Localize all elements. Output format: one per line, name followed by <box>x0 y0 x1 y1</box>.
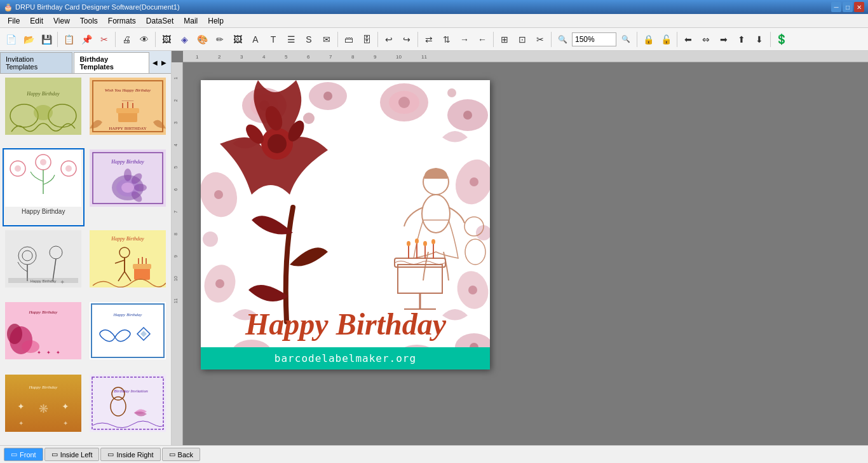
email-button[interactable]: ✉ <box>318 31 335 48</box>
menu-file[interactable]: File <box>3 15 25 27</box>
svg-text:8: 8 <box>351 54 355 60</box>
move-left-button[interactable]: ← <box>474 31 491 48</box>
svg-point-18 <box>65 165 72 172</box>
template-7[interactable]: Happy Birthday ✦ ✦ ✦ <box>3 301 85 370</box>
view-inside-right-button[interactable]: ▭ Inside Right <box>100 448 160 461</box>
tab-prev-arrow[interactable]: ◀ <box>151 58 159 67</box>
new-button[interactable]: 📄 <box>3 31 19 48</box>
separator-10 <box>677 32 677 47</box>
menu-help[interactable]: Help <box>203 15 229 27</box>
move-left2-button[interactable]: ⬅ <box>680 31 696 48</box>
move-up-button[interactable]: ⬆ <box>733 31 750 48</box>
svg-point-139 <box>465 239 485 265</box>
textart-button[interactable]: A <box>247 31 264 48</box>
zoom-value: 150% <box>575 35 595 44</box>
save-button[interactable]: 💾 <box>38 31 55 48</box>
unlock-button[interactable]: 🔓 <box>658 31 674 48</box>
template-8-svg: Happy Birthday <box>90 302 166 359</box>
svg-text:2: 2 <box>218 54 221 60</box>
template-4-canvas: Happy Birthday <box>90 149 166 207</box>
undo-button[interactable]: ↩ <box>381 31 397 48</box>
template-10[interactable]: Birthday Invitation <box>87 373 169 443</box>
watermark-bar: barcodelabelmaker.org <box>201 347 490 370</box>
template-8[interactable]: Happy Birthday <box>87 301 169 370</box>
preview-button[interactable]: 👁 <box>136 31 153 48</box>
flip-v-button[interactable]: ⇅ <box>438 31 455 48</box>
menu-formats[interactable]: Formats <box>103 15 141 27</box>
template-3[interactable]: Happy Birthday <box>3 148 85 226</box>
close-button[interactable]: ✕ <box>854 2 864 12</box>
template-5[interactable]: Happy Birthday ✦ <box>3 229 85 298</box>
move-right-button[interactable]: → <box>456 31 473 48</box>
watermark-text: barcodelabelmaker.org <box>275 352 416 364</box>
svg-text:Birthday Invitation: Birthday Invitation <box>114 389 148 394</box>
view-front-button[interactable]: ▭ Front <box>4 448 43 461</box>
svg-text:1: 1 <box>196 54 199 60</box>
paste-button[interactable]: 📌 <box>78 31 95 48</box>
grid-button[interactable]: ⊡ <box>514 31 531 48</box>
cut-button[interactable]: ✂ <box>96 31 112 48</box>
menu-dataset[interactable]: DataSet <box>141 15 179 27</box>
tab-next-arrow[interactable]: ▶ <box>159 58 168 67</box>
textbox-button[interactable]: ☰ <box>283 31 299 48</box>
db2-button[interactable]: 🗄 <box>358 31 375 48</box>
text-button[interactable]: T <box>265 31 281 48</box>
menu-mail[interactable]: Mail <box>179 15 203 27</box>
tab-birthday[interactable]: Birthday Templates <box>74 52 149 73</box>
image-button[interactable]: 🖼 <box>158 31 175 48</box>
shape-button[interactable]: ◈ <box>176 31 193 48</box>
separator-5 <box>377 32 378 47</box>
template-10-svg: Birthday Invitation <box>90 375 166 432</box>
tab-invitation[interactable]: Invitation Templates <box>0 52 72 73</box>
maximize-button[interactable]: □ <box>843 2 853 12</box>
lock-button[interactable]: 🔒 <box>640 31 656 48</box>
template-3-canvas <box>5 149 81 207</box>
menu-tools[interactable]: Tools <box>75 15 103 27</box>
svg-point-111 <box>214 190 223 199</box>
color-button[interactable]: 🎨 <box>194 31 210 48</box>
template-grid: Happy Birthday <box>0 74 171 445</box>
template-1[interactable]: Happy Birthday <box>3 76 85 146</box>
zoom-out-button[interactable]: 🔍 <box>618 31 634 48</box>
copy-button[interactable]: 📋 <box>60 31 77 48</box>
svg-text:❋: ❋ <box>39 403 48 415</box>
mirror-button[interactable]: ⇔ <box>698 31 714 48</box>
view-inside-left-button[interactable]: ▭ Inside Left <box>44 448 100 461</box>
print-button[interactable]: 🖨 <box>118 31 135 48</box>
template-6[interactable]: Happy Birthday <box>87 229 169 298</box>
menu-edit[interactable]: Edit <box>25 15 48 27</box>
pen-button[interactable]: ✏ <box>212 31 228 48</box>
table-button[interactable]: ⊞ <box>496 31 513 48</box>
template-4[interactable]: Happy Birthday <box>87 148 169 226</box>
image2-button[interactable]: 🖼 <box>229 31 246 48</box>
open-button[interactable]: 📂 <box>20 31 37 48</box>
svg-text:✦: ✦ <box>18 420 24 427</box>
crop-button[interactable]: ✂ <box>532 31 548 48</box>
minimize-button[interactable]: ─ <box>831 2 841 12</box>
signature-button[interactable]: S <box>301 31 317 48</box>
svg-text:Happy Birthday: Happy Birthday <box>111 236 144 242</box>
template-5-svg: Happy Birthday ✦ <box>5 230 81 287</box>
card-canvas[interactable]: Happy Birthday barcodelabelmaker.org <box>201 80 490 370</box>
db1-button[interactable]: 🗃 <box>341 31 357 48</box>
move-right2-button[interactable]: ➡ <box>715 31 732 48</box>
template-4-svg: Happy Birthday <box>90 149 166 207</box>
redo-button[interactable]: ↪ <box>398 31 415 48</box>
dollar-button[interactable]: 💲 <box>773 31 790 48</box>
svg-text:8: 8 <box>173 233 178 235</box>
svg-point-20 <box>40 159 46 165</box>
menu-view[interactable]: View <box>48 15 75 27</box>
titlebar-title: 🎂 DRPU Birthday Card Designer Software(D… <box>4 3 180 11</box>
svg-text:Happy Birthday: Happy Birthday <box>112 312 142 317</box>
template-5-canvas: Happy Birthday ✦ <box>5 230 81 287</box>
move-down-button[interactable]: ⬇ <box>751 31 768 48</box>
inside-right-label: Inside Right <box>116 451 153 459</box>
view-back-button[interactable]: ▭ Back <box>162 448 200 461</box>
canvas-area: 1 2 3 4 5 6 7 8 9 10 11 1 2 3 4 5 6 <box>172 51 868 445</box>
template-9[interactable]: Happy Birthday ✦ ❋ ✦ ✦ ✦ <box>3 373 85 443</box>
template-6-canvas: Happy Birthday <box>90 230 166 287</box>
flip-h-button[interactable]: ⇄ <box>421 31 437 48</box>
svg-text:HAPPY BIRTHDAY: HAPPY BIRTHDAY <box>109 126 147 131</box>
inside-right-icon: ▭ <box>107 450 114 459</box>
template-2[interactable]: Wish You Happy Birthday ——— HAPPY BIRTHD… <box>87 76 169 146</box>
